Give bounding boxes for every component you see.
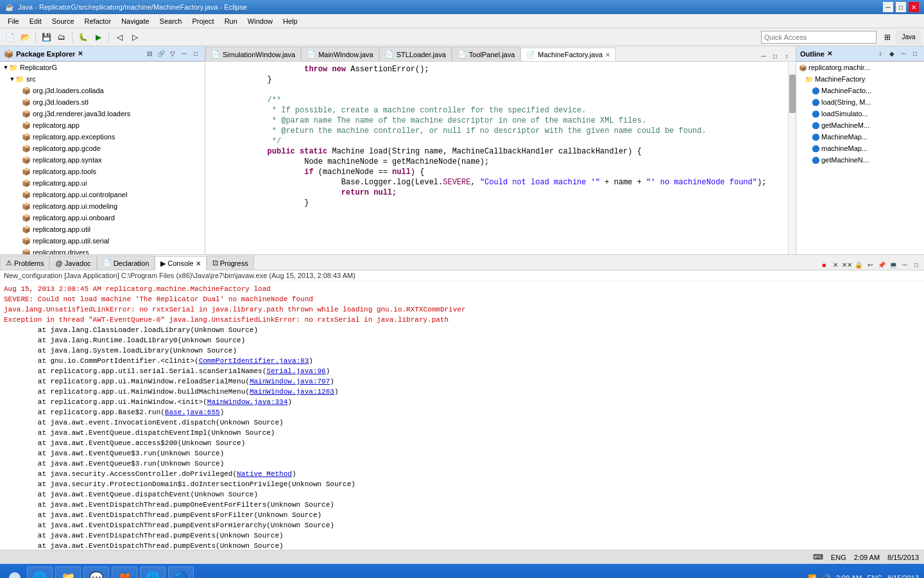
taskbar-app-5[interactable]: 🔵 <box>168 566 194 578</box>
console-link-10[interactable]: MainWindow.java:1263 <box>250 388 334 396</box>
bottom-tab-problems[interactable]: ⚠Problems <box>0 256 49 270</box>
console-min[interactable]: ─ <box>900 259 910 270</box>
menu-item-navigate[interactable]: Navigate <box>116 16 154 26</box>
view-menu-button[interactable]: ▽ <box>167 49 178 59</box>
tree-item-org.j3d.renderer.java3d.loaders[interactable]: 📦org.j3d.renderer.java3d.loaders <box>0 108 205 119</box>
menu-item-run[interactable]: Run <box>219 16 243 26</box>
tree-item-replicatorg.drivers[interactable]: 📦replicatorg.drivers <box>0 247 205 254</box>
outline-item-4[interactable]: 🔵loadSimulato... <box>796 108 924 119</box>
console-max[interactable]: □ <box>911 259 921 270</box>
console-pin[interactable]: 📌 <box>877 259 887 270</box>
bottom-tab-declaration[interactable]: 📄Declaration <box>97 256 155 270</box>
editor-min-button[interactable]: ─ <box>758 51 769 61</box>
outline-item-5[interactable]: 🔵getMachineM... <box>796 119 924 131</box>
menu-item-source[interactable]: Source <box>47 16 80 26</box>
taskbar-app-0[interactable]: 🌐 <box>27 566 53 578</box>
console-link-11[interactable]: MainWindow.java:334 <box>207 398 287 406</box>
outline-item-7[interactable]: 🔵machineMap... <box>796 143 924 154</box>
outline-hide-fields[interactable]: ◆ <box>887 49 897 59</box>
menu-item-window[interactable]: Window <box>243 16 278 26</box>
tab-MainWindow-java[interactable]: 📄MainWindow.java <box>301 47 379 61</box>
tab-close-button[interactable]: ✕ <box>605 51 610 58</box>
tree-item-replicatorg.app.syntax[interactable]: 📦replicatorg.app.syntax <box>0 154 205 166</box>
console-link-9[interactable]: MainWindow.java:707 <box>250 378 330 385</box>
debug-button[interactable]: 🐛 <box>76 30 90 44</box>
tree-item-replicatorg.app.ui.onboard[interactable]: 📦replicatorg.app.ui.onboard <box>0 212 205 223</box>
tree-item-replicatorg.app.ui[interactable]: 📦replicatorg.app.ui <box>0 177 205 189</box>
tree-item-org.j3d.loaders.collada[interactable]: 📦org.j3d.loaders.collada <box>0 85 205 96</box>
outline-min-button[interactable]: ─ <box>898 49 909 59</box>
editor-view-button[interactable]: ↕ <box>782 51 792 61</box>
maximize-view-button[interactable]: □ <box>191 49 201 59</box>
outline-item-1[interactable]: 📁MachineFactory <box>796 73 924 85</box>
collapse-all-button[interactable]: ⊟ <box>144 49 155 59</box>
outline-item-0[interactable]: 📦replicatorg.machir... <box>796 62 924 73</box>
console-remove-all-button[interactable]: ✕✕ <box>842 259 852 270</box>
minimize-button[interactable]: ─ <box>883 2 893 12</box>
save-button[interactable]: 💾 <box>39 30 53 44</box>
outline-item-8[interactable]: 🔵getMachineN... <box>796 154 924 166</box>
taskbar-app-1[interactable]: 📁 <box>55 566 81 578</box>
maximize-button[interactable]: □ <box>896 2 906 12</box>
bottom-tab-javadoc[interactable]: @Javadoc <box>49 256 96 270</box>
tree-item-replicatorg.app.gcode[interactable]: 📦replicatorg.app.gcode <box>0 143 205 154</box>
editor-content[interactable]: throw new AssertionError(); } /** * If p… <box>205 62 788 254</box>
tree-item-replicatorg.app.ui.modeling[interactable]: 📦replicatorg.app.ui.modeling <box>0 200 205 212</box>
editor-scrollbar[interactable] <box>788 62 796 254</box>
start-button[interactable] <box>5 566 24 578</box>
menu-item-edit[interactable]: Edit <box>24 16 47 26</box>
forward-button[interactable]: ▷ <box>128 30 142 44</box>
menu-item-search[interactable]: Search <box>155 16 187 26</box>
tree-item-replicatorg.app.util.serial[interactable]: 📦replicatorg.app.util.serial <box>0 235 205 247</box>
console-open-console[interactable]: 💻 <box>888 259 898 270</box>
tree-item-replicatorg.app.exceptions[interactable]: 📦replicatorg.app.exceptions <box>0 131 205 143</box>
save-all-button[interactable]: 🗂 <box>55 30 69 44</box>
menu-item-file[interactable]: File <box>3 16 24 26</box>
outline-item-6[interactable]: 🔵MachineMap... <box>796 131 924 143</box>
tab-ToolPanel-java[interactable]: 📄ToolPanel.java <box>452 47 521 61</box>
taskbar-app-3[interactable]: 🦊 <box>112 566 137 578</box>
perspective-button[interactable]: ⊞ <box>880 30 894 44</box>
bottom-tab-console[interactable]: ▶Console✕ <box>155 256 206 270</box>
tree-item-replicatorg.app[interactable]: 📦replicatorg.app <box>0 119 205 131</box>
outline-sort-button[interactable]: ↕ <box>875 49 886 59</box>
quick-access-input[interactable] <box>764 33 873 41</box>
tree-item-replicatorg.app.util[interactable]: 📦replicatorg.app.util <box>0 223 205 235</box>
tree-root-replicatorg[interactable]: ▼ 📁 ReplicatorG <box>0 62 205 73</box>
menu-item-project[interactable]: Project <box>187 16 219 26</box>
console-word-wrap[interactable]: ↩ <box>865 259 875 270</box>
tree-item-replicatorg.app.tools[interactable]: 📦replicatorg.app.tools <box>0 166 205 177</box>
outline-max-button[interactable]: □ <box>910 49 920 59</box>
taskbar-app-4[interactable]: 🌐 <box>140 566 166 578</box>
new-button[interactable]: 📄 <box>3 30 17 44</box>
close-button[interactable]: ✕ <box>909 2 919 12</box>
menu-item-refactor[interactable]: Refactor <box>80 16 117 26</box>
run-button[interactable]: ▶ <box>91 30 105 44</box>
console-link-18[interactable]: Native Method <box>237 470 292 478</box>
open-button[interactable]: 📂 <box>18 30 32 44</box>
console-link-7[interactable]: CommPortIdentifier.java:83 <box>199 357 309 365</box>
console-stop-button[interactable]: ■ <box>819 259 829 270</box>
console-link-12[interactable]: Base.java:655 <box>165 408 220 416</box>
back-button[interactable]: ◁ <box>112 30 126 44</box>
taskbar-app-2[interactable]: 💬 <box>83 566 109 578</box>
bottom-tab-progress[interactable]: ⊡Progress <box>207 256 254 270</box>
java-perspective-button[interactable]: Java <box>896 30 921 44</box>
tree-item-replicatorg.app.ui.controlpanel[interactable]: 📦replicatorg.app.ui.controlpanel <box>0 189 205 200</box>
console-scroll-lock[interactable]: 🔒 <box>853 259 864 270</box>
link-editor-button[interactable]: 🔗 <box>156 49 166 59</box>
tree-src[interactable]: ▼ 📁 src <box>0 73 205 85</box>
tab-close-icon[interactable]: ✕ <box>196 260 201 267</box>
outline-item-3[interactable]: 🔵load(String, M... <box>796 96 924 108</box>
console-link-8[interactable]: Serial.java:96 <box>266 367 325 375</box>
editor-max-button[interactable]: □ <box>770 51 780 61</box>
outline-item-2[interactable]: 🔵MachineFacto... <box>796 85 924 96</box>
console-remove-button[interactable]: ✕ <box>830 259 841 270</box>
tab-STLLoader-java[interactable]: 📄STLLoader.java <box>379 47 452 61</box>
scroll-thumb[interactable] <box>789 74 796 113</box>
tree-item-org.j3d.loaders.stl[interactable]: 📦org.j3d.loaders.stl <box>0 96 205 108</box>
minimize-view-button[interactable]: ─ <box>179 49 189 59</box>
tab-MachineFactory-java[interactable]: 📄MachineFactory.java✕ <box>520 48 616 62</box>
tab-SimulationWindow-java[interactable]: 📄SimulationWindow.java <box>205 47 301 61</box>
menu-item-help[interactable]: Help <box>278 16 303 26</box>
